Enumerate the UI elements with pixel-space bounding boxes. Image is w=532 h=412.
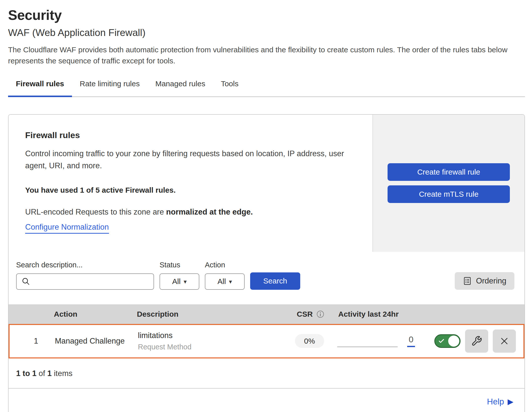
rule-description-cell: limitations Request Method xyxy=(138,331,282,351)
rule-controls-cell xyxy=(433,329,516,353)
summary-of: of xyxy=(36,369,47,378)
normalization-text: URL-encoded Requests to this zone are no… xyxy=(25,208,357,217)
rule-enabled-toggle[interactable] xyxy=(434,334,461,348)
search-description-input[interactable] xyxy=(33,274,154,289)
status-filter-label: Status xyxy=(160,261,199,269)
rule-action: Managed Challenge xyxy=(55,337,138,346)
header-action: Action xyxy=(54,310,137,318)
header-csr-label: CSR xyxy=(297,310,313,318)
tab-rate-limiting-rules[interactable]: Rate limiting rules xyxy=(72,75,147,96)
table-summary: 1 to 1 of 1 items xyxy=(9,358,524,388)
action-filter-group: Action All ▾ xyxy=(205,261,245,290)
action-filter-label: Action xyxy=(205,261,245,269)
page-title: Security xyxy=(8,7,525,23)
delete-rule-button[interactable] xyxy=(493,329,516,353)
configure-normalization-link[interactable]: Configure Normalization xyxy=(25,223,109,234)
normalization-bold: normalized at the edge. xyxy=(166,208,253,216)
ordering-list-icon xyxy=(463,276,472,285)
search-input-wrapper xyxy=(16,273,154,290)
rule-description: limitations xyxy=(138,331,282,340)
search-button[interactable]: Search xyxy=(250,272,300,290)
filter-toolbar: Search description... Status All ▾ Actio… xyxy=(9,252,524,304)
rule-usage-text: You have used 1 of 5 active Firewall rul… xyxy=(25,186,357,194)
header-csr: CSR xyxy=(297,310,324,318)
summary-range: 1 to 1 xyxy=(16,369,36,378)
chevron-down-icon: ▾ xyxy=(229,278,232,285)
hero-text-column: Firewall rules Control incoming traffic … xyxy=(9,115,372,252)
waf-tab-bar: Firewall rules Rate limiting rules Manag… xyxy=(8,75,525,97)
hero-actions-column: Create firewall rule Create mTLS rule xyxy=(372,115,524,252)
hero-description: Control incoming traffic to your zone by… xyxy=(25,148,357,172)
create-mtls-rule-button[interactable]: Create mTLS rule xyxy=(388,185,510,203)
status-select[interactable]: All ▾ xyxy=(160,273,199,290)
status-filter-group: Status All ▾ xyxy=(160,261,199,290)
rule-activity-cell: 0 xyxy=(337,335,433,347)
tab-managed-rules[interactable]: Managed rules xyxy=(147,75,213,96)
rule-csr-cell: 0% xyxy=(295,337,324,345)
summary-total: 1 xyxy=(47,369,52,378)
edit-rule-button[interactable] xyxy=(465,329,488,353)
action-select[interactable]: All ▾ xyxy=(205,273,245,290)
rule-priority: 1 xyxy=(17,337,55,346)
csr-badge: 0% xyxy=(295,334,324,348)
firewall-rules-hero: Firewall rules Control incoming traffic … xyxy=(9,115,524,252)
search-icon xyxy=(22,277,30,286)
page-subtitle: WAF (Web Application Firewall) xyxy=(8,27,525,38)
header-description: Description xyxy=(137,310,283,318)
search-filter-group: Search description... xyxy=(16,261,154,290)
help-link[interactable]: Help xyxy=(487,397,504,406)
tab-firewall-rules[interactable]: Firewall rules xyxy=(8,75,72,96)
page-description: The Cloudflare WAF provides both automat… xyxy=(8,44,524,66)
hero-heading: Firewall rules xyxy=(25,130,357,140)
firewall-rules-panel: Firewall rules Control incoming traffic … xyxy=(8,114,525,412)
chevron-down-icon: ▾ xyxy=(184,278,187,285)
rules-table-header: Action Description CSR Activity last 24h… xyxy=(9,304,524,324)
table-row[interactable]: 1 Managed Challenge limitations Request … xyxy=(9,324,524,358)
create-firewall-rule-button[interactable]: Create firewall rule xyxy=(388,163,510,181)
search-filter-label: Search description... xyxy=(16,261,154,269)
summary-items: items xyxy=(52,369,72,378)
help-bar: Help ▶ xyxy=(9,388,524,412)
ordering-button-label: Ordering xyxy=(476,276,506,285)
status-select-value: All xyxy=(172,277,180,286)
rule-description-detail: Request Method xyxy=(138,343,282,351)
action-select-value: All xyxy=(217,277,226,286)
ordering-button[interactable]: Ordering xyxy=(455,272,514,290)
info-icon[interactable] xyxy=(316,310,324,318)
tab-tools[interactable]: Tools xyxy=(213,75,246,96)
activity-count-link[interactable]: 0 xyxy=(407,335,415,347)
check-icon xyxy=(438,338,445,344)
security-waf-page: Security WAF (Web Application Firewall) … xyxy=(0,7,532,412)
close-icon xyxy=(500,336,509,346)
toggle-knob xyxy=(448,336,459,347)
normalization-prefix: URL-encoded Requests to this zone are xyxy=(25,208,166,216)
wrench-icon xyxy=(471,336,482,347)
header-activity: Activity last 24hr xyxy=(338,310,434,318)
help-arrow-icon[interactable]: ▶ xyxy=(508,397,513,406)
activity-sparkline xyxy=(337,336,398,347)
